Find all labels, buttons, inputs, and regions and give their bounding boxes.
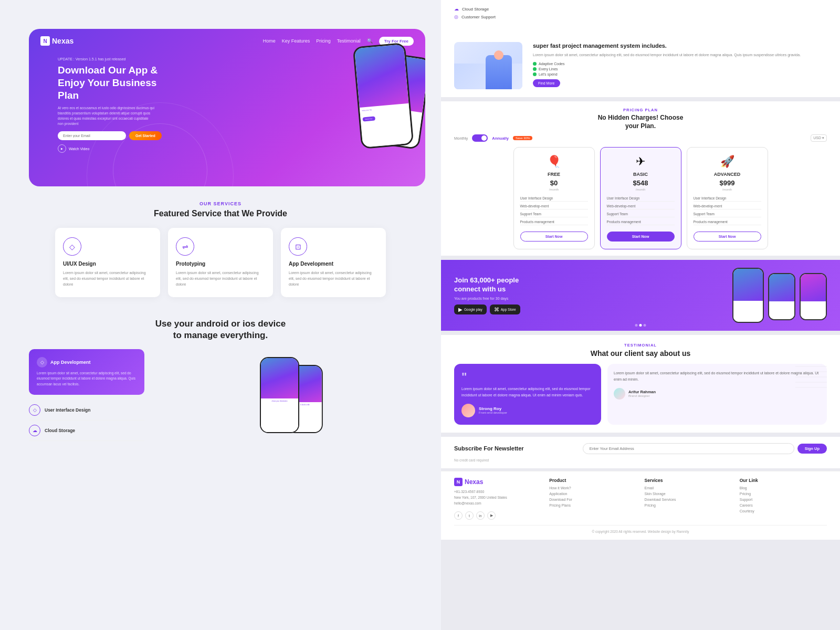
check-label-1: Adaptive Codes [539, 62, 564, 66]
footer-grid: N Nexas +81-323-4567-8930 New York, 107,… [454, 478, 827, 520]
advanced-start-btn[interactable]: Start Now [694, 232, 761, 242]
services-link-1[interactable]: Skin Storage [645, 492, 732, 496]
our-link-4[interactable]: Courtesy [740, 509, 827, 513]
product-link-0[interactable]: How it Work? [549, 486, 636, 490]
basic-start-btn[interactable]: Start Now [607, 232, 675, 242]
check-label-3: Let's spend [539, 72, 558, 76]
services-label: OUR SERVICES [29, 201, 412, 206]
services-link-0[interactable]: Email [645, 486, 732, 490]
basic-icon: ✈ [607, 155, 675, 169]
device-features: ◇ App Development Lorem ipsum dolor sit … [29, 349, 144, 441]
app-phone-main-bottom [733, 301, 763, 322]
uiux-desc: Lorem ipsum dolor sit amet, consectetur … [63, 270, 152, 288]
appdev-name: App Development [289, 261, 378, 267]
google-play-btn[interactable]: ▶ Google play [454, 304, 487, 314]
advanced-amount: $999 [694, 179, 761, 187]
service-card-proto: ⇌ Prototyping Lorem ipsum dolor sit amet… [168, 228, 273, 297]
footer-services-title: Services [645, 478, 732, 483]
project-desc: Lorem ipsum dolor sit amet, consectetur … [533, 52, 827, 58]
app-dev-feature-title: App Development [50, 360, 91, 365]
app-phone-side1 [768, 273, 795, 320]
basic-features: User Interface Design Web-develop-ment S… [607, 195, 675, 225]
footer-col-product: Product How it Work? Application Downloa… [549, 478, 636, 520]
project-image [454, 42, 522, 89]
testimonial-side-text: Lorem ipsum dolor sit amet, consectetur … [614, 370, 821, 383]
proto-desc: Lorem ipsum dolor sit amet, consectetur … [176, 270, 265, 288]
hero-content: UPDATE : Version 1.5.1 has just released… [29, 53, 425, 153]
advanced-feat-2: Support Team [694, 211, 761, 217]
footer-phone: +81-323-4567-8930 [454, 489, 541, 495]
app-download-sub: You are products free for 30 days [454, 297, 722, 300]
hero-email-row: Get Started [58, 131, 425, 140]
monthly-option[interactable]: Monthly [454, 136, 468, 141]
pricing-title: No Hidden Charges! Chooseyour Plan. [454, 114, 827, 130]
linkedin-icon[interactable]: in [476, 511, 485, 520]
nav-features[interactable]: Key Features [282, 38, 310, 44]
testimonial-quote-mark: " [461, 371, 594, 383]
services-link-3[interactable]: Pricing [645, 503, 732, 507]
newsletter-section: Subscribe For Newsletter Sign Up No cred… [441, 437, 840, 468]
check-label-2: Every Lines [539, 67, 558, 71]
services-link-2[interactable]: Download Services [645, 498, 732, 501]
email-input[interactable] [58, 131, 126, 140]
app-phone-side2-screen [801, 274, 826, 301]
project-section: super fast project management system inc… [441, 34, 840, 97]
watch-video-link[interactable]: ▶ Watch Video [58, 144, 425, 153]
cloud-icon: ☁ [29, 425, 40, 436]
app-phone-side1-screen [769, 274, 794, 301]
testimonial-label: TESTIMONIAL [454, 343, 827, 348]
footer-social: f t in ▶ [454, 511, 541, 520]
our-link-1[interactable]: Pricing [740, 492, 827, 496]
billing-toggle[interactable] [472, 134, 488, 142]
testimonial-cards: " Lorem ipsum dolor sit amet, consectetu… [454, 364, 827, 425]
cloud-storage-icon: ☁ [454, 6, 459, 12]
proto-name: Prototyping [176, 261, 265, 267]
app-download-title: Join 63,000+ peopleconnect with us [454, 276, 722, 294]
advanced-features: User Interface Design Web-develop-ment S… [694, 195, 761, 225]
twitter-icon[interactable]: t [465, 511, 474, 520]
project-title: super fast project management system inc… [533, 42, 827, 49]
services-title: Featured Service that We Provide [29, 209, 412, 218]
basic-feat-3: Products management [607, 219, 675, 225]
free-period: /month [520, 188, 588, 191]
basic-tier: BASIC [607, 172, 675, 177]
product-link-2[interactable]: Download For [549, 498, 636, 501]
feature-ui-design: ◇ User Interface Design [29, 400, 144, 421]
pricing-toggle: Monthly Annually Save 30% USD ▾ [454, 134, 827, 142]
newsletter-email-input[interactable] [583, 443, 794, 454]
device-title: Use your android or ios deviceto manage … [29, 318, 412, 341]
check-dot-2 [533, 67, 537, 71]
scroll-indicator [635, 324, 646, 327]
facebook-icon[interactable]: f [454, 511, 463, 520]
newsletter-signup-btn[interactable]: Sign Up [797, 444, 827, 454]
customer-support-icon: ◎ [454, 14, 458, 19]
advanced-icon: 🚀 [694, 155, 761, 169]
our-link-0[interactable]: Blog [740, 486, 827, 490]
product-link-1[interactable]: Application [549, 492, 636, 496]
currency-selector[interactable]: USD ▾ [811, 134, 827, 142]
advanced-feat-0: User Interface Design [694, 195, 761, 202]
get-started-button[interactable]: Get Started [129, 131, 162, 140]
hero-update-text: UPDATE : Version 1.5.1 has just released [58, 57, 425, 61]
play-icon: ▶ [58, 144, 66, 153]
youtube-icon[interactable]: ▶ [487, 511, 496, 520]
free-feat-2: Support Team [520, 211, 588, 217]
app-buttons: ▶ Google play ⌘ App Store [454, 304, 722, 314]
our-link-3[interactable]: Careers [740, 503, 827, 507]
nav-home[interactable]: Home [263, 38, 276, 44]
annually-option[interactable]: Annually [492, 136, 509, 141]
free-start-btn[interactable]: Start Now [520, 232, 588, 242]
product-link-3[interactable]: Pricing Plans [549, 503, 636, 507]
check-item-2: Every Lines [533, 67, 827, 71]
appdev-desc: Lorem ipsum dolor sit amet, consectetur … [289, 270, 378, 288]
newsletter-subtext: No credit card required [454, 458, 827, 462]
find-more-button[interactable]: Find More [533, 79, 560, 87]
right-panel: ☁ Cloud Storage ◎ Customer Support super… [441, 0, 840, 630]
device-content: ◇ App Development Lorem ipsum dolor sit … [29, 349, 412, 441]
advanced-feat-3: Products management [694, 219, 761, 225]
ui-design-icon: ◇ [29, 404, 40, 416]
our-link-2[interactable]: Support [740, 498, 827, 501]
save-badge: Save 30% [513, 136, 532, 140]
app-store-btn[interactable]: ⌘ App Store [490, 304, 520, 314]
scroll-dot-3 [644, 324, 646, 327]
